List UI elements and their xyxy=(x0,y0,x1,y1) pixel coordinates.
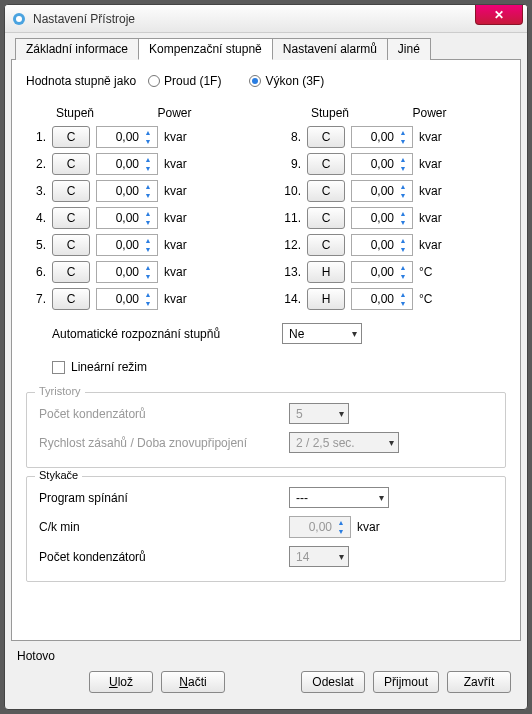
power-input[interactable] xyxy=(97,264,141,280)
radio-power[interactable] xyxy=(249,75,261,87)
stage-number: 8. xyxy=(281,130,301,144)
column-header: Stupeň Power xyxy=(281,106,506,120)
thyristors-group: Tyristory Počet kondenzátorů 5 Rychlost … xyxy=(26,392,506,468)
spin-up-icon[interactable]: ▲ xyxy=(141,182,155,191)
power-input[interactable] xyxy=(352,183,396,199)
close-window-button[interactable]: ✕ xyxy=(475,5,523,25)
value-as-label: Hodnota stupně jako xyxy=(26,74,136,88)
tab-alarm-settings[interactable]: Nastavení alarmů xyxy=(272,38,388,60)
send-button[interactable]: Odeslat xyxy=(301,671,365,693)
power-spinner[interactable]: ▲▼ xyxy=(351,261,413,283)
spin-down-icon[interactable]: ▼ xyxy=(396,299,410,308)
spin-up-icon[interactable]: ▲ xyxy=(396,209,410,218)
stage-type-button[interactable]: C xyxy=(52,153,90,175)
power-input[interactable] xyxy=(97,183,141,199)
ck-spinner: ▲▼ xyxy=(289,516,351,538)
app-icon xyxy=(11,11,27,27)
linear-mode-checkbox[interactable] xyxy=(52,361,65,374)
close-button[interactable]: Zavřít xyxy=(447,671,511,693)
spin-down-icon[interactable]: ▼ xyxy=(141,137,155,146)
spin-up-icon[interactable]: ▲ xyxy=(396,128,410,137)
spin-down-icon[interactable]: ▼ xyxy=(141,272,155,281)
power-spinner[interactable]: ▲▼ xyxy=(96,126,158,148)
power-input[interactable] xyxy=(97,237,141,253)
power-spinner[interactable]: ▲▼ xyxy=(351,153,413,175)
spin-up-icon[interactable]: ▲ xyxy=(396,290,410,299)
spin-up-icon[interactable]: ▲ xyxy=(141,155,155,164)
power-spinner[interactable]: ▲▼ xyxy=(96,234,158,256)
power-input[interactable] xyxy=(97,210,141,226)
header-stage: Stupeň xyxy=(52,106,98,120)
spin-down-icon[interactable]: ▼ xyxy=(396,191,410,200)
stage-type-button[interactable]: C xyxy=(307,234,345,256)
power-spinner[interactable]: ▲▼ xyxy=(96,153,158,175)
titlebar: Nastavení Přístroje ✕ xyxy=(5,5,527,33)
spin-down-icon[interactable]: ▼ xyxy=(396,164,410,173)
stage-type-button[interactable]: C xyxy=(307,180,345,202)
stage-type-button[interactable]: C xyxy=(307,153,345,175)
power-spinner[interactable]: ▲▼ xyxy=(351,180,413,202)
radio-current[interactable] xyxy=(148,75,160,87)
power-spinner[interactable]: ▲▼ xyxy=(96,261,158,283)
load-button[interactable]: Načti xyxy=(161,671,225,693)
save-button[interactable]: Ulož xyxy=(89,671,153,693)
spin-up-icon[interactable]: ▲ xyxy=(141,290,155,299)
stage-type-button[interactable]: C xyxy=(307,207,345,229)
spin-down-icon[interactable]: ▼ xyxy=(141,191,155,200)
stage-type-button[interactable]: C xyxy=(52,288,90,310)
program-combo[interactable]: --- xyxy=(289,487,389,508)
power-spinner[interactable]: ▲▼ xyxy=(351,234,413,256)
spin-up-icon[interactable]: ▲ xyxy=(396,155,410,164)
thyristor-speed-label: Rychlost zásahů / Doba znovupřipojení xyxy=(39,436,289,450)
ck-unit: kvar xyxy=(357,520,380,534)
spin-up-icon[interactable]: ▲ xyxy=(141,209,155,218)
receive-button[interactable]: Přijmout xyxy=(373,671,439,693)
stage-type-button[interactable]: C xyxy=(52,126,90,148)
power-input[interactable] xyxy=(352,210,396,226)
power-input[interactable] xyxy=(97,291,141,307)
spin-up-icon[interactable]: ▲ xyxy=(396,236,410,245)
spin-up-icon[interactable]: ▲ xyxy=(396,263,410,272)
stage-type-button[interactable]: C xyxy=(307,126,345,148)
power-input[interactable] xyxy=(352,291,396,307)
auto-detect-combo[interactable]: Ne xyxy=(282,323,362,344)
spin-down-icon[interactable]: ▼ xyxy=(396,137,410,146)
power-input[interactable] xyxy=(352,264,396,280)
auto-detect-row: Automatické rozpoznání stupňů Ne xyxy=(26,323,506,344)
stage-type-button[interactable]: H xyxy=(307,261,345,283)
stage-type-button[interactable]: C xyxy=(52,261,90,283)
power-spinner[interactable]: ▲▼ xyxy=(96,180,158,202)
tab-compensation-stages[interactable]: Kompenzační stupně xyxy=(138,38,273,60)
contactor-count-combo: 14 xyxy=(289,546,349,567)
power-spinner[interactable]: ▲▼ xyxy=(351,126,413,148)
spin-up-icon[interactable]: ▲ xyxy=(141,236,155,245)
stage-type-button[interactable]: C xyxy=(52,207,90,229)
tab-basic-info[interactable]: Základní informace xyxy=(15,38,139,60)
spin-down-icon[interactable]: ▼ xyxy=(141,218,155,227)
spin-down-icon[interactable]: ▼ xyxy=(141,245,155,254)
stage-type-button[interactable]: H xyxy=(307,288,345,310)
spin-down-icon[interactable]: ▼ xyxy=(396,245,410,254)
spin-down-icon[interactable]: ▼ xyxy=(141,164,155,173)
spin-down-icon[interactable]: ▼ xyxy=(141,299,155,308)
spin-up-icon[interactable]: ▲ xyxy=(141,128,155,137)
power-input[interactable] xyxy=(97,156,141,172)
power-input[interactable] xyxy=(352,156,396,172)
stage-column-left: Stupeň Power 1.C▲▼kvar2.C▲▼kvar3.C▲▼kvar… xyxy=(26,106,251,315)
power-input[interactable] xyxy=(352,237,396,253)
power-input[interactable] xyxy=(97,129,141,145)
power-spinner[interactable]: ▲▼ xyxy=(96,288,158,310)
power-spinner[interactable]: ▲▼ xyxy=(351,207,413,229)
power-spinner[interactable]: ▲▼ xyxy=(96,207,158,229)
stage-type-button[interactable]: C xyxy=(52,180,90,202)
spin-down-icon[interactable]: ▼ xyxy=(396,218,410,227)
stage-number: 6. xyxy=(26,265,46,279)
spin-down-icon[interactable]: ▼ xyxy=(396,272,410,281)
power-spinner[interactable]: ▲▼ xyxy=(351,288,413,310)
power-input[interactable] xyxy=(352,129,396,145)
tab-other[interactable]: Jiné xyxy=(387,38,431,60)
spin-up-icon[interactable]: ▲ xyxy=(141,263,155,272)
stage-type-button[interactable]: C xyxy=(52,234,90,256)
column-header: Stupeň Power xyxy=(26,106,251,120)
spin-up-icon[interactable]: ▲ xyxy=(396,182,410,191)
